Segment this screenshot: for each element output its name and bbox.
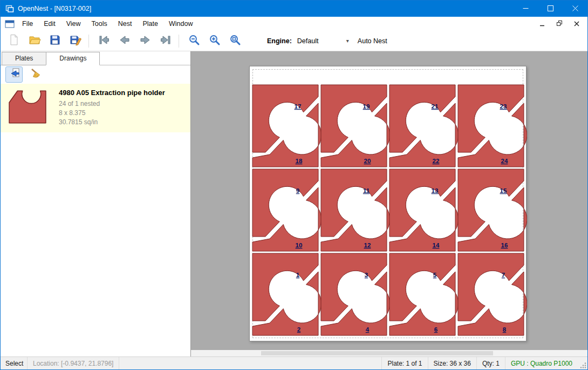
nest-pair-15-16[interactable]: 1516 xyxy=(458,169,527,251)
save-button[interactable] xyxy=(46,33,64,49)
nest-pair-11-12[interactable]: 1112 xyxy=(321,169,390,251)
zoom-out-icon xyxy=(188,33,201,49)
part-number[interactable]: 3 xyxy=(365,272,368,278)
mdi-restore-icon xyxy=(557,19,563,29)
nest-pair-13-14[interactable]: 1314 xyxy=(389,169,459,251)
nest-pair-21-22[interactable]: 2122 xyxy=(389,85,459,167)
nested-part[interactable] xyxy=(389,85,455,152)
maximize-button[interactable] xyxy=(538,1,563,17)
canvas[interactable]: 171819202122232491011121314151612345678 xyxy=(191,51,587,356)
part-number[interactable]: 7 xyxy=(502,272,505,278)
part-number[interactable]: 10 xyxy=(296,242,303,248)
close-button[interactable] xyxy=(563,1,587,17)
part-number[interactable]: 15 xyxy=(500,187,507,194)
nest-pair-5-6[interactable]: 56 xyxy=(389,253,459,335)
mdi-restore-button[interactable] xyxy=(554,19,565,29)
minimize-button[interactable] xyxy=(513,1,538,17)
part-number[interactable]: 16 xyxy=(501,242,508,248)
next-plate-button[interactable] xyxy=(136,33,154,49)
nest-pair-9-10[interactable]: 910 xyxy=(252,169,322,251)
first-arrow-icon xyxy=(98,33,111,49)
first-plate-button[interactable] xyxy=(95,33,113,49)
nested-part[interactable] xyxy=(252,253,318,321)
engine-dropdown[interactable]: Default ▾ xyxy=(297,37,349,45)
part-number[interactable]: 2 xyxy=(297,326,300,333)
nest-pair-23-24[interactable]: 2324 xyxy=(458,85,527,167)
minimize-icon xyxy=(523,4,529,14)
menu-tools[interactable]: Tools xyxy=(86,17,113,31)
nested-part[interactable] xyxy=(458,169,524,237)
nest-pair-7-8[interactable]: 78 xyxy=(458,253,527,335)
nested-part[interactable] xyxy=(458,85,524,152)
last-plate-button[interactable] xyxy=(156,33,175,49)
nested-part[interactable] xyxy=(321,253,387,321)
zoom-out-button[interactable] xyxy=(185,33,203,49)
save-icon xyxy=(49,33,61,49)
part-number[interactable]: 11 xyxy=(363,187,370,194)
nested-part[interactable] xyxy=(321,169,387,237)
part-number[interactable]: 12 xyxy=(364,242,371,248)
part-number[interactable]: 23 xyxy=(500,103,507,110)
mdi-window-controls xyxy=(537,19,582,29)
part-number[interactable]: 17 xyxy=(295,103,302,110)
status-qty: Qty: 1 xyxy=(476,357,505,369)
tab-plates[interactable]: Plates xyxy=(2,52,46,65)
part-number[interactable]: 22 xyxy=(433,158,440,164)
nest-pair-17-18[interactable]: 1718 xyxy=(252,85,322,167)
nested-part[interactable] xyxy=(252,85,318,152)
part-number[interactable]: 6 xyxy=(434,326,437,333)
zoom-in-button[interactable] xyxy=(206,33,224,49)
nest-pair-1-2[interactable]: 12 xyxy=(252,253,322,335)
nested-part[interactable] xyxy=(458,253,524,321)
part-number[interactable]: 1 xyxy=(296,272,300,278)
tab-drawings[interactable]: Drawings xyxy=(46,52,100,65)
broom-icon xyxy=(29,67,42,82)
part-number[interactable]: 21 xyxy=(432,103,439,110)
window-title: OpenNest - [N0317-002] xyxy=(18,5,91,12)
nest-pair-19-20[interactable]: 1920 xyxy=(321,85,390,167)
auto-nest-button[interactable]: Auto Nest xyxy=(358,37,387,45)
nest-pair-3-4[interactable]: 34 xyxy=(321,253,390,335)
menu-edit[interactable]: Edit xyxy=(38,17,61,31)
menu-view[interactable]: View xyxy=(61,17,86,31)
zoom-in-icon xyxy=(208,33,221,49)
part-number[interactable]: 18 xyxy=(296,158,303,164)
menu-window[interactable]: Window xyxy=(163,17,198,31)
part-number[interactable]: 8 xyxy=(503,326,507,333)
previous-plate-button[interactable] xyxy=(115,33,134,49)
nested-part[interactable] xyxy=(389,169,455,237)
part-number[interactable]: 14 xyxy=(433,242,440,248)
mdi-close-button[interactable] xyxy=(571,19,582,29)
part-number[interactable]: 13 xyxy=(432,187,439,194)
part-number[interactable]: 20 xyxy=(364,158,371,164)
menubar: FileEditViewToolsNestPlateWindow xyxy=(1,17,587,31)
mdi-child-icon[interactable] xyxy=(5,20,15,28)
nested-part[interactable] xyxy=(389,253,455,321)
drawing-thumbnail xyxy=(6,87,49,129)
open-button[interactable] xyxy=(25,33,44,49)
menu-file[interactable]: File xyxy=(17,17,38,31)
menu-nest[interactable]: Nest xyxy=(113,17,138,31)
menu-plate[interactable]: Plate xyxy=(137,17,163,31)
zoom-fit-button[interactable] xyxy=(226,33,244,49)
part-number[interactable]: 5 xyxy=(433,272,437,278)
resize-grip[interactable] xyxy=(578,357,587,369)
part-number[interactable]: 9 xyxy=(296,187,299,194)
part-number[interactable]: 19 xyxy=(363,103,370,110)
clean-button[interactable] xyxy=(28,67,44,82)
drawing-item[interactable]: 4980 A05 Extraction pipe holder 24 of 1 … xyxy=(1,84,190,132)
nested-part[interactable] xyxy=(252,169,318,237)
horizontal-scrollbar[interactable] xyxy=(191,350,587,356)
main-toolbar: Engine: Default ▾ Auto Nest xyxy=(1,31,587,51)
import-drawing-button[interactable] xyxy=(6,67,22,82)
zoom-fit-icon xyxy=(229,33,242,49)
new-button[interactable] xyxy=(5,33,23,49)
nested-part[interactable] xyxy=(321,85,387,152)
part-number[interactable]: 24 xyxy=(501,158,508,164)
maximize-icon xyxy=(548,4,553,14)
open-folder-icon xyxy=(28,33,41,49)
save-as-button[interactable] xyxy=(66,33,85,49)
mdi-minimize-button[interactable] xyxy=(537,19,548,29)
horizontal-scrollbar-thumb[interactable] xyxy=(261,351,493,355)
part-number[interactable]: 4 xyxy=(366,326,370,333)
